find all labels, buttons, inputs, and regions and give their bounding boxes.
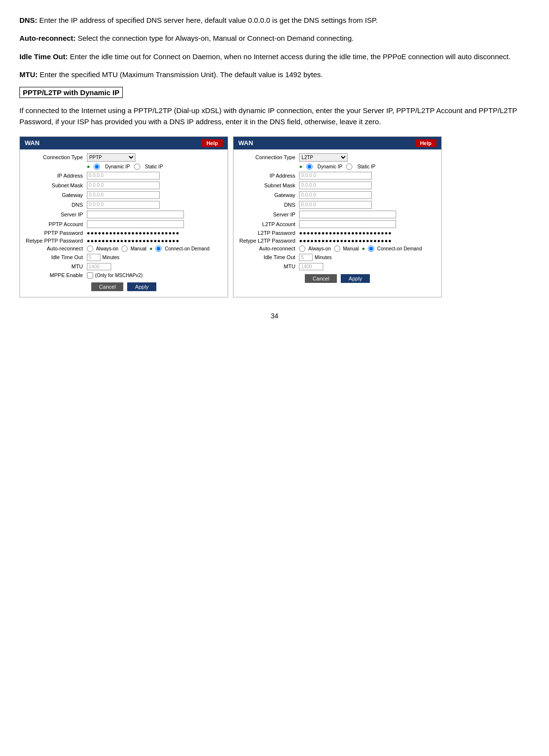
l2tp-server-ip-row: Server IP	[237, 210, 437, 219]
l2tp-manual-radio[interactable]	[334, 246, 340, 252]
l2tp-connect-on-demand-radio[interactable]	[368, 246, 374, 252]
pptp-static-ip-label: Static IP	[145, 164, 163, 169]
l2tp-server-ip-input[interactable]	[299, 211, 396, 218]
pptp-mppe-sub: (Only for MSCHAPv2)	[95, 273, 143, 278]
l2tp-connection-type-label: Connection Type	[237, 152, 297, 163]
l2tp-gateway-label: Gateway	[237, 190, 297, 200]
pptp-always-on-radio[interactable]	[87, 246, 93, 252]
l2tp-panel-inner: Connection Type L2TP ● Dynamic IP	[233, 149, 441, 289]
pptp-mtu-row-inner	[87, 263, 222, 270]
pptp-idle-row: Minutes	[87, 254, 222, 261]
pptp-connection-type-label: Connection Type	[24, 152, 85, 163]
pptp-panel: WAN Help Connection Type PPTP	[19, 136, 228, 297]
l2tp-idle-timeout-row: Idle Time Out Minutes	[237, 253, 437, 262]
pptp-apply-button[interactable]: Apply	[127, 282, 156, 291]
pptp-ip-address-input[interactable]	[87, 172, 160, 180]
l2tp-panel: WAN Help Connection Type L2TP	[233, 136, 442, 297]
l2tp-ip-mode-row: ● Dynamic IP Static IP	[237, 163, 437, 171]
pptp-table: Connection Type PPTP ● Dynamic IP	[24, 152, 224, 279]
wan-panels: WAN Help Connection Type PPTP	[19, 136, 530, 297]
l2tp-dynamic-ip-label: Dynamic IP	[317, 164, 342, 169]
pptp-dns-label: DNS	[24, 200, 85, 210]
l2tp-auto-reconnect-options: Always-on Manual ● Connect-on Demand	[299, 246, 435, 252]
l2tp-help-button[interactable]: Help	[415, 139, 436, 147]
pptp-ip-mode-row: ● Dynamic IP Static IP	[24, 163, 224, 171]
l2tp-gateway-input[interactable]	[299, 191, 372, 199]
pptp-account-input[interactable]	[87, 220, 184, 228]
l2tp-connection-type-row: Connection Type L2TP	[237, 152, 437, 163]
l2tp-password-dots: ●●●●●●●●●●●●●●●●●●●●●●●●●	[299, 230, 392, 236]
pptp-help-button[interactable]: Help	[201, 139, 223, 147]
l2tp-server-ip-label: Server IP	[237, 210, 297, 219]
auto-reconnect-text: Select the connection type for Always-on…	[76, 34, 354, 42]
l2tp-auto-reconnect-row: Auto-reconnect Always-on Manual ● Connec…	[237, 245, 437, 253]
mtu-label: MTU:	[19, 70, 38, 79]
section-paragraph: If connected to the Internet using a PPT…	[19, 105, 530, 128]
l2tp-table: Connection Type L2TP ● Dynamic IP	[237, 152, 437, 271]
pptp-server-ip-label: Server IP	[24, 210, 85, 219]
pptp-mtu-label: MTU	[24, 262, 85, 271]
l2tp-dynamic-ip-radio[interactable]	[306, 164, 313, 170]
pptp-account-label: PPTP Account	[24, 219, 85, 229]
pptp-connection-type-value: PPTP	[85, 152, 224, 163]
pptp-static-ip-radio[interactable]	[134, 164, 140, 170]
l2tp-subnet-mask-input[interactable]	[299, 181, 372, 189]
l2tp-static-ip-label: Static IP	[357, 164, 375, 169]
pptp-ip-address-row: IP Address	[24, 171, 224, 181]
l2tp-connect-on-demand-label: Connect-on Demand	[377, 246, 422, 251]
l2tp-auto-reconnect-label: Auto-reconnect	[237, 245, 297, 253]
auto-reconnect-label: Auto-reconnect:	[19, 34, 76, 42]
l2tp-retype-label: Retype L2TP Password	[237, 237, 297, 245]
pptp-always-on-label: Always-on	[96, 246, 118, 251]
pptp-manual-radio[interactable]	[121, 246, 128, 252]
pptp-cancel-button[interactable]: Cancel	[91, 282, 123, 291]
pptp-subnet-mask-input[interactable]	[87, 181, 160, 189]
pptp-idle-timeout-label: Idle Time Out	[24, 253, 85, 262]
l2tp-apply-button[interactable]: Apply	[341, 274, 370, 283]
pptp-auto-reconnect-label: Auto-reconnect	[24, 245, 85, 253]
l2tp-cancel-button[interactable]: Cancel	[305, 274, 337, 283]
pptp-mtu-input[interactable]	[87, 263, 111, 270]
l2tp-static-ip-radio[interactable]	[346, 164, 352, 170]
pptp-mppe-row: MPPE Enable (Only for MSCHAPv2)	[24, 271, 224, 279]
l2tp-ip-address-input[interactable]	[299, 172, 372, 180]
pptp-dns-row: DNS	[24, 200, 224, 210]
l2tp-subnet-mask-row: Subnet Mask	[237, 181, 437, 190]
pptp-auto-reconnect-options: Always-on Manual ● Connect-on Demand	[87, 246, 222, 252]
l2tp-mtu-input[interactable]	[299, 263, 323, 270]
dns-text: Enter the IP address of specified DNS se…	[37, 16, 378, 24]
l2tp-account-row: L2TP Account	[237, 219, 437, 229]
l2tp-account-input[interactable]	[299, 220, 396, 228]
pptp-idle-timeout-input[interactable]	[87, 254, 100, 261]
pptp-gateway-input[interactable]	[87, 191, 160, 199]
l2tp-always-on-radio[interactable]	[299, 246, 305, 252]
pptp-dynamic-ip-label: Dynamic IP	[105, 164, 130, 169]
l2tp-dns-input[interactable]	[299, 201, 372, 209]
pptp-retype-dots: ●●●●●●●●●●●●●●●●●●●●●●●●●	[87, 238, 180, 244]
l2tp-gateway-row: Gateway	[237, 190, 437, 200]
idle-timeout-label: Idle Time Out:	[19, 52, 68, 61]
pptp-password-dots: ●●●●●●●●●●●●●●●●●●●●●●●●●	[87, 230, 180, 236]
pptp-panel-inner: Connection Type PPTP ● Dynamic IP	[20, 149, 228, 297]
pptp-subnet-mask-row: Subnet Mask	[24, 181, 224, 190]
l2tp-connection-type-select[interactable]: L2TP	[299, 153, 348, 162]
pptp-mppe-checkbox[interactable]	[87, 272, 93, 279]
pptp-dns-input[interactable]	[87, 201, 160, 209]
l2tp-idle-timeout-unit: Minutes	[315, 255, 332, 260]
pptp-retype-label: Retype PPTP Password	[24, 237, 85, 245]
pptp-server-ip-input[interactable]	[87, 211, 184, 218]
l2tp-idle-timeout-input[interactable]	[299, 254, 313, 261]
pptp-idle-timeout-row: Idle Time Out Minutes	[24, 253, 224, 262]
pptp-connection-type-select[interactable]: PPTP	[87, 153, 135, 162]
auto-reconnect-paragraph: Auto-reconnect: Select the connection ty…	[19, 33, 530, 44]
pptp-connection-type-row: Connection Type PPTP	[24, 152, 224, 163]
l2tp-idle-row: Minutes	[299, 254, 435, 261]
l2tp-mtu-row: MTU	[237, 262, 437, 271]
idle-timeout-text: Enter the idle time out for Connect on D…	[68, 52, 511, 61]
l2tp-manual-label: Manual	[343, 246, 359, 251]
pptp-ip-mode-radio: ● Dynamic IP Static IP	[87, 164, 222, 170]
pptp-connect-on-demand-radio[interactable]	[155, 246, 162, 252]
pptp-idle-timeout-unit: Minutes	[102, 255, 119, 260]
l2tp-ip-address-label: IP Address	[237, 171, 297, 181]
pptp-dynamic-ip-radio[interactable]	[94, 164, 100, 170]
